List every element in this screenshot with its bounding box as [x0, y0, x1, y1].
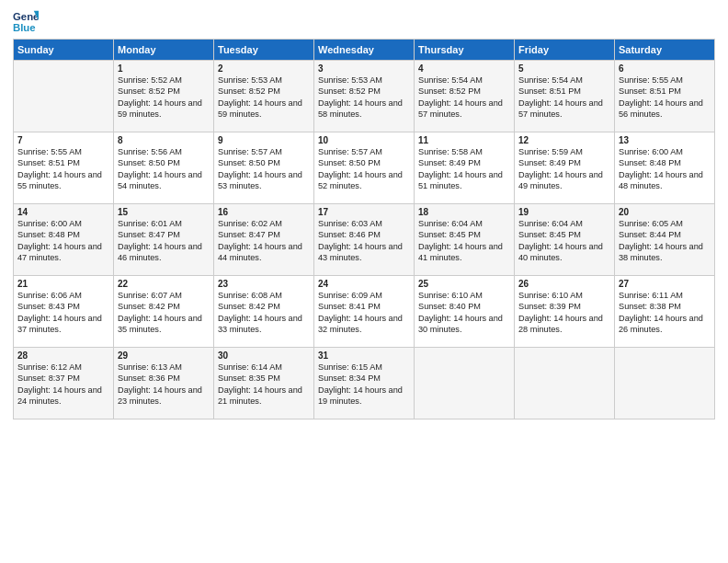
calendar-cell: 18Sunrise: 6:04 AM Sunset: 8:45 PM Dayli…	[415, 204, 515, 276]
col-header-monday: Monday	[114, 40, 214, 61]
logo: General Blue	[13, 9, 39, 35]
cell-content: Sunrise: 5:58 AM Sunset: 8:49 PM Dayligh…	[418, 146, 510, 192]
day-number: 17	[318, 207, 410, 217]
calendar-table: SundayMondayTuesdayWednesdayThursdayFrid…	[13, 39, 715, 419]
day-number: 22	[118, 279, 210, 289]
page-container: General Blue SundayMondayTuesdayWednesda…	[0, 0, 728, 427]
calendar-cell	[515, 348, 615, 419]
calendar-cell: 27Sunrise: 6:11 AM Sunset: 8:38 PM Dayli…	[615, 276, 715, 348]
calendar-cell: 3Sunrise: 5:53 AM Sunset: 8:52 PM Daylig…	[314, 61, 415, 132]
col-header-thursday: Thursday	[415, 40, 515, 61]
day-number: 21	[17, 279, 109, 289]
svg-text:Blue: Blue	[13, 22, 36, 33]
week-row-2: 7Sunrise: 5:55 AM Sunset: 8:51 PM Daylig…	[14, 132, 715, 204]
col-header-saturday: Saturday	[615, 40, 715, 61]
calendar-cell	[14, 61, 114, 132]
cell-content: Sunrise: 6:09 AM Sunset: 8:41 PM Dayligh…	[318, 290, 410, 336]
day-number: 26	[518, 279, 610, 289]
cell-content: Sunrise: 6:14 AM Sunset: 8:35 PM Dayligh…	[218, 362, 310, 408]
calendar-cell: 25Sunrise: 6:10 AM Sunset: 8:40 PM Dayli…	[415, 276, 515, 348]
cell-content: Sunrise: 5:54 AM Sunset: 8:51 PM Dayligh…	[518, 75, 610, 121]
cell-content: Sunrise: 5:57 AM Sunset: 8:50 PM Dayligh…	[318, 146, 410, 192]
cell-content: Sunrise: 6:03 AM Sunset: 8:46 PM Dayligh…	[318, 218, 410, 264]
day-number: 30	[218, 350, 310, 361]
calendar-cell: 20Sunrise: 6:05 AM Sunset: 8:44 PM Dayli…	[615, 204, 715, 276]
cell-content: Sunrise: 6:11 AM Sunset: 8:38 PM Dayligh…	[619, 290, 711, 336]
week-row-3: 14Sunrise: 6:00 AM Sunset: 8:48 PM Dayli…	[14, 204, 715, 276]
day-number: 9	[218, 135, 310, 145]
calendar-cell: 23Sunrise: 6:08 AM Sunset: 8:42 PM Dayli…	[214, 276, 314, 348]
day-number: 16	[218, 207, 310, 217]
day-number: 7	[17, 135, 109, 145]
cell-content: Sunrise: 6:04 AM Sunset: 8:45 PM Dayligh…	[418, 218, 510, 264]
calendar-cell: 5Sunrise: 5:54 AM Sunset: 8:51 PM Daylig…	[515, 61, 615, 132]
day-number: 3	[318, 63, 410, 74]
cell-content: Sunrise: 6:00 AM Sunset: 8:48 PM Dayligh…	[17, 218, 109, 264]
logo-icon: General Blue	[13, 9, 39, 35]
day-number: 12	[518, 135, 610, 145]
day-number: 23	[218, 279, 310, 289]
cell-content: Sunrise: 5:54 AM Sunset: 8:52 PM Dayligh…	[418, 75, 510, 121]
day-number: 10	[318, 135, 410, 145]
calendar-cell: 4Sunrise: 5:54 AM Sunset: 8:52 PM Daylig…	[415, 61, 515, 132]
day-number: 6	[619, 63, 711, 74]
calendar-cell: 26Sunrise: 6:10 AM Sunset: 8:39 PM Dayli…	[515, 276, 615, 348]
day-number: 18	[418, 207, 510, 217]
week-row-1: 1Sunrise: 5:52 AM Sunset: 8:52 PM Daylig…	[14, 61, 715, 132]
day-number: 8	[118, 135, 210, 145]
week-row-5: 28Sunrise: 6:12 AM Sunset: 8:37 PM Dayli…	[14, 348, 715, 419]
day-number: 31	[318, 350, 410, 361]
day-number: 15	[118, 207, 210, 217]
calendar-cell: 1Sunrise: 5:52 AM Sunset: 8:52 PM Daylig…	[114, 61, 214, 132]
cell-content: Sunrise: 5:55 AM Sunset: 8:51 PM Dayligh…	[17, 146, 109, 192]
day-number: 4	[418, 63, 510, 74]
calendar-cell: 2Sunrise: 5:53 AM Sunset: 8:52 PM Daylig…	[214, 61, 314, 132]
calendar-cell: 24Sunrise: 6:09 AM Sunset: 8:41 PM Dayli…	[314, 276, 415, 348]
cell-content: Sunrise: 5:52 AM Sunset: 8:52 PM Dayligh…	[118, 75, 210, 121]
calendar-cell: 29Sunrise: 6:13 AM Sunset: 8:36 PM Dayli…	[114, 348, 214, 419]
day-number: 20	[619, 207, 711, 217]
calendar-cell: 11Sunrise: 5:58 AM Sunset: 8:49 PM Dayli…	[415, 132, 515, 204]
cell-content: Sunrise: 5:53 AM Sunset: 8:52 PM Dayligh…	[218, 75, 310, 121]
calendar-cell: 7Sunrise: 5:55 AM Sunset: 8:51 PM Daylig…	[14, 132, 114, 204]
week-row-4: 21Sunrise: 6:06 AM Sunset: 8:43 PM Dayli…	[14, 276, 715, 348]
calendar-cell: 6Sunrise: 5:55 AM Sunset: 8:51 PM Daylig…	[615, 61, 715, 132]
calendar-cell: 9Sunrise: 5:57 AM Sunset: 8:50 PM Daylig…	[214, 132, 314, 204]
cell-content: Sunrise: 6:12 AM Sunset: 8:37 PM Dayligh…	[17, 362, 109, 408]
day-number: 14	[17, 207, 109, 217]
calendar-cell: 19Sunrise: 6:04 AM Sunset: 8:45 PM Dayli…	[515, 204, 615, 276]
calendar-cell: 8Sunrise: 5:56 AM Sunset: 8:50 PM Daylig…	[114, 132, 214, 204]
cell-content: Sunrise: 6:06 AM Sunset: 8:43 PM Dayligh…	[17, 290, 109, 336]
cell-content: Sunrise: 6:02 AM Sunset: 8:47 PM Dayligh…	[218, 218, 310, 264]
cell-content: Sunrise: 6:01 AM Sunset: 8:47 PM Dayligh…	[118, 218, 210, 264]
calendar-cell: 13Sunrise: 6:00 AM Sunset: 8:48 PM Dayli…	[615, 132, 715, 204]
day-number: 24	[318, 279, 410, 289]
cell-content: Sunrise: 5:59 AM Sunset: 8:49 PM Dayligh…	[518, 146, 610, 192]
calendar-cell: 22Sunrise: 6:07 AM Sunset: 8:42 PM Dayli…	[114, 276, 214, 348]
calendar-cell	[615, 348, 715, 419]
day-number: 28	[17, 350, 109, 361]
day-number: 2	[218, 63, 310, 74]
calendar-cell: 10Sunrise: 5:57 AM Sunset: 8:50 PM Dayli…	[314, 132, 415, 204]
cell-content: Sunrise: 6:00 AM Sunset: 8:48 PM Dayligh…	[619, 146, 711, 192]
day-number: 1	[118, 63, 210, 74]
calendar-cell: 28Sunrise: 6:12 AM Sunset: 8:37 PM Dayli…	[14, 348, 114, 419]
calendar-cell	[415, 348, 515, 419]
cell-content: Sunrise: 6:10 AM Sunset: 8:40 PM Dayligh…	[418, 290, 510, 336]
calendar-cell: 30Sunrise: 6:14 AM Sunset: 8:35 PM Dayli…	[214, 348, 314, 419]
svg-text:General: General	[13, 11, 39, 22]
cell-content: Sunrise: 5:57 AM Sunset: 8:50 PM Dayligh…	[218, 146, 310, 192]
cell-content: Sunrise: 6:04 AM Sunset: 8:45 PM Dayligh…	[518, 218, 610, 264]
day-number: 27	[619, 279, 711, 289]
calendar-cell: 12Sunrise: 5:59 AM Sunset: 8:49 PM Dayli…	[515, 132, 615, 204]
day-number: 13	[619, 135, 711, 145]
cell-content: Sunrise: 5:55 AM Sunset: 8:51 PM Dayligh…	[619, 75, 711, 121]
cell-content: Sunrise: 6:13 AM Sunset: 8:36 PM Dayligh…	[118, 362, 210, 408]
col-header-tuesday: Tuesday	[214, 40, 314, 61]
calendar-cell: 15Sunrise: 6:01 AM Sunset: 8:47 PM Dayli…	[114, 204, 214, 276]
cell-content: Sunrise: 5:56 AM Sunset: 8:50 PM Dayligh…	[118, 146, 210, 192]
day-number: 11	[418, 135, 510, 145]
header-row: General Blue	[13, 9, 715, 35]
calendar-cell: 16Sunrise: 6:02 AM Sunset: 8:47 PM Dayli…	[214, 204, 314, 276]
cell-content: Sunrise: 6:10 AM Sunset: 8:39 PM Dayligh…	[518, 290, 610, 336]
